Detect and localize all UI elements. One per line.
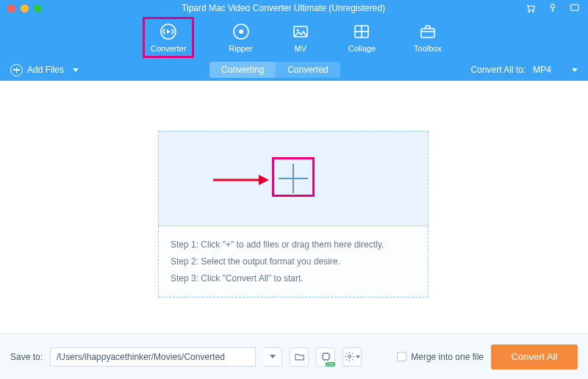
save-path-field[interactable]: /Users/ihappyacethinker/Movies/Converted	[50, 347, 256, 367]
svg-rect-11	[421, 29, 434, 37]
add-files-button[interactable]: Add Files	[10, 64, 79, 76]
traffic-lights	[7, 4, 42, 12]
window-titlebar: Tipard Mac Video Converter Ultimate (Unr…	[0, 0, 588, 16]
zoom-window-button[interactable]	[34, 4, 42, 12]
nav-mv[interactable]: MV	[291, 22, 310, 53]
converter-icon	[159, 22, 178, 41]
mv-icon	[291, 22, 310, 41]
svg-point-2	[551, 4, 554, 8]
add-files-plus-icon[interactable]	[279, 164, 308, 193]
output-format-value: MP4	[533, 65, 551, 75]
chevron-down-icon	[356, 355, 360, 358]
chevron-down-icon	[572, 68, 578, 72]
convert-all-to[interactable]: Convert All to: MP4	[471, 65, 578, 75]
svg-point-15	[348, 355, 351, 358]
tab-converting[interactable]: Converting	[209, 62, 276, 78]
instruction-step1: Step 1: Click "+" to add files or drag t…	[171, 237, 416, 253]
svg-point-1	[532, 11, 534, 12]
footer-bar: Save to: /Users/ihappyacethinker/Movies/…	[0, 333, 588, 379]
svg-point-9	[296, 29, 298, 32]
nav-label: MV	[294, 44, 306, 53]
instruction-step2: Step 2: Select the output format you des…	[171, 253, 416, 270]
status-tabs: Converting Converted	[209, 62, 340, 78]
main-area: Step 1: Click "+" to add files or drag t…	[0, 81, 588, 333]
svg-marker-5	[167, 29, 171, 34]
settings-button[interactable]	[343, 347, 362, 367]
open-folder-button[interactable]	[290, 347, 309, 367]
cart-icon[interactable]	[525, 2, 537, 14]
dropzone-top[interactable]	[158, 131, 429, 226]
key-icon[interactable]	[547, 2, 559, 14]
window-title: Tipard Mac Video Converter Ultimate (Unr…	[42, 3, 525, 13]
svg-point-7	[239, 29, 243, 34]
feedback-icon[interactable]	[569, 2, 581, 14]
hardware-accel-button[interactable]: ON	[316, 347, 335, 367]
plus-circle-icon	[10, 64, 23, 76]
main-nav: Converter Ripper MV Collage Toolbox	[0, 16, 588, 59]
nav-collage[interactable]: Collage	[348, 22, 376, 53]
nav-ripper[interactable]: Ripper	[229, 22, 252, 53]
checkbox-icon	[397, 352, 406, 361]
svg-point-0	[528, 11, 530, 12]
ripper-icon	[232, 22, 251, 41]
add-files-label: Add Files	[27, 65, 64, 75]
close-window-button[interactable]	[7, 4, 15, 12]
on-badge: ON	[326, 362, 335, 367]
toolbox-icon	[418, 22, 437, 41]
nav-label: Toolbox	[414, 44, 442, 53]
collage-icon	[352, 22, 371, 41]
save-to-label: Save to:	[10, 352, 43, 362]
merge-checkbox[interactable]: Merge into one file	[397, 352, 484, 362]
tab-converted[interactable]: Converted	[276, 62, 340, 78]
convert-all-to-label: Convert All to:	[471, 65, 526, 75]
chevron-down-icon	[73, 68, 79, 72]
nav-label: Ripper	[229, 44, 252, 53]
instruction-step3: Step 3: Click "Convert All" to start.	[171, 270, 416, 287]
convert-all-button[interactable]: Convert All	[491, 344, 578, 369]
minimize-window-button[interactable]	[21, 4, 29, 12]
sub-toolbar: Add Files Converting Converted Convert A…	[0, 59, 588, 81]
nav-toolbox[interactable]: Toolbox	[414, 22, 442, 53]
merge-label: Merge into one file	[411, 352, 484, 362]
nav-converter[interactable]: Converter	[146, 21, 190, 54]
save-path-value: /Users/ihappyacethinker/Movies/Converted	[57, 352, 225, 362]
nav-label: Converter	[151, 44, 186, 53]
chevron-down-icon	[270, 355, 276, 358]
save-path-dropdown[interactable]	[263, 347, 282, 367]
nav-label: Collage	[348, 44, 376, 53]
svg-rect-14	[323, 353, 329, 360]
dropzone: Step 1: Click "+" to add files or drag t…	[158, 131, 429, 292]
dropzone-instructions: Step 1: Click "+" to add files or drag t…	[158, 226, 429, 297]
